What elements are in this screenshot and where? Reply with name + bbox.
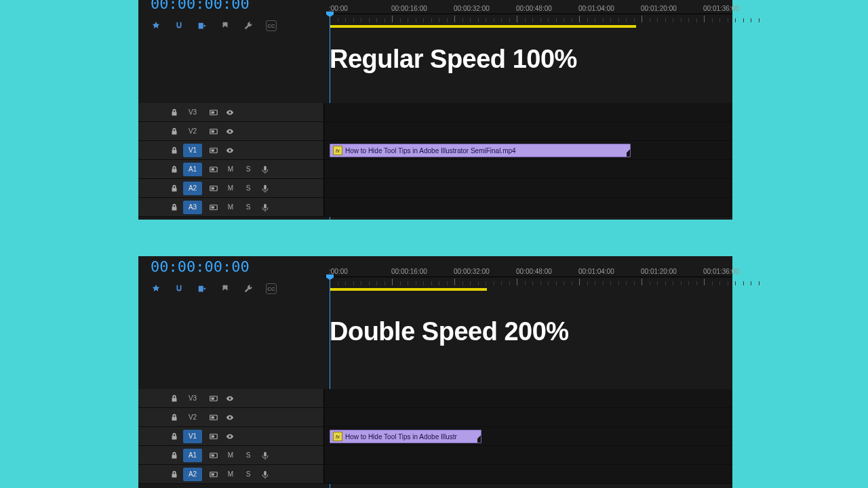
- wrench-icon[interactable]: [243, 20, 254, 31]
- lock-icon[interactable]: [167, 468, 182, 481]
- svg-rect-13: [212, 397, 214, 400]
- sync-lock-icon[interactable]: [206, 392, 221, 405]
- track-label[interactable]: V3: [183, 392, 202, 405]
- track-label[interactable]: V2: [183, 411, 202, 424]
- linked-selection-icon[interactable]: [197, 283, 208, 294]
- track-lane[interactable]: [324, 103, 732, 121]
- track-label[interactable]: A2: [183, 182, 202, 195]
- wrench-icon[interactable]: [243, 283, 254, 294]
- track-label[interactable]: A1: [183, 163, 202, 176]
- track-lane[interactable]: fxHow to Hide Tool Tips in Adobe Illustr: [324, 427, 732, 445]
- eye-icon[interactable]: [222, 106, 237, 119]
- lock-icon[interactable]: [167, 125, 182, 138]
- insert-icon[interactable]: [151, 20, 161, 31]
- solo-button[interactable]: S: [240, 201, 256, 214]
- track-label[interactable]: V1: [183, 430, 202, 443]
- work-area-bar[interactable]: [330, 288, 487, 291]
- eye-icon[interactable]: [222, 144, 237, 157]
- eye-icon[interactable]: [222, 125, 237, 138]
- sync-lock-icon[interactable]: [206, 468, 221, 481]
- marker-icon[interactable]: [220, 283, 231, 294]
- track-lane[interactable]: [324, 389, 732, 407]
- solo-button[interactable]: S: [240, 163, 256, 176]
- track-header: V3: [138, 103, 324, 121]
- clip-name: How to Hide Tool Tips in Adobe Illustrat…: [345, 147, 516, 155]
- sync-lock-icon[interactable]: [206, 125, 221, 138]
- work-area-bar[interactable]: [330, 25, 636, 28]
- lock-icon[interactable]: [167, 411, 182, 424]
- eye-icon[interactable]: [222, 430, 237, 443]
- track-lane[interactable]: fxHow to Hide Tool Tips in Adobe Illustr…: [324, 141, 732, 159]
- time-ruler[interactable]: :00:0000:00:16:0000:00:32:0000:00:48:000…: [324, 14, 732, 34]
- eye-icon[interactable]: [222, 411, 237, 424]
- captions-icon[interactable]: CC: [266, 283, 277, 294]
- marker-icon[interactable]: [220, 20, 231, 31]
- track-lane[interactable]: [324, 465, 732, 483]
- track-lane[interactable]: [324, 160, 732, 178]
- track-label[interactable]: V2: [183, 125, 202, 138]
- mic-icon[interactable]: [258, 163, 273, 176]
- sync-lock-icon[interactable]: [206, 163, 221, 176]
- video-clip[interactable]: fxHow to Hide Tool Tips in Adobe Illustr…: [330, 144, 631, 157]
- lock-icon[interactable]: [167, 392, 182, 405]
- track-lane[interactable]: [324, 122, 732, 140]
- eye-icon[interactable]: [222, 392, 237, 405]
- sync-lock-icon[interactable]: [206, 182, 221, 195]
- captions-icon[interactable]: CC: [266, 20, 277, 31]
- solo-button[interactable]: S: [240, 468, 256, 481]
- sync-lock-icon[interactable]: [206, 449, 221, 462]
- overlay-text-double: Double Speed 200%: [330, 317, 569, 346]
- playhead-timecode[interactable]: 00:00:00:00: [151, 0, 250, 12]
- mic-icon[interactable]: [258, 468, 273, 481]
- track-label[interactable]: A2: [183, 468, 202, 481]
- track-label[interactable]: V3: [183, 106, 202, 119]
- solo-button[interactable]: S: [240, 182, 256, 195]
- mic-icon[interactable]: [258, 449, 273, 462]
- insert-icon[interactable]: [151, 283, 161, 294]
- video-track-row: V2: [138, 408, 732, 427]
- track-label[interactable]: A1: [183, 449, 202, 462]
- mic-icon[interactable]: [258, 182, 273, 195]
- timecode-readout: 00:00:00:00: [138, 259, 324, 275]
- sync-lock-icon[interactable]: [206, 106, 221, 119]
- mute-button[interactable]: M: [222, 163, 239, 176]
- track-label[interactable]: V1: [183, 144, 202, 157]
- mic-icon[interactable]: [258, 201, 273, 214]
- audio-track-row: A2MS: [138, 179, 732, 198]
- track-header: A2MS: [138, 465, 324, 483]
- mute-button[interactable]: M: [222, 449, 239, 462]
- mute-button[interactable]: M: [222, 468, 239, 481]
- lock-icon[interactable]: [167, 430, 182, 443]
- track-lane[interactable]: [324, 179, 732, 197]
- lock-icon[interactable]: [167, 449, 182, 462]
- lock-icon[interactable]: [167, 106, 182, 119]
- lock-icon[interactable]: [167, 144, 182, 157]
- time-ruler[interactable]: :00:0000:00:16:0000:00:32:0000:00:48:000…: [324, 277, 732, 297]
- video-track-row: V3: [138, 389, 732, 408]
- track-lane[interactable]: [324, 446, 732, 464]
- sync-lock-icon[interactable]: [206, 411, 221, 424]
- sync-lock-icon[interactable]: [206, 201, 221, 214]
- tracks-area: V3V2V1fxHow to Hide Tool Tips in Adobe I…: [138, 103, 732, 217]
- ruler-tick-label: 00:00:16:00: [391, 268, 427, 275]
- mute-button[interactable]: M: [222, 201, 239, 214]
- track-header: A3MS: [138, 198, 324, 216]
- snap-icon[interactable]: [174, 283, 184, 294]
- track-lane[interactable]: [324, 198, 732, 216]
- track-lane[interactable]: [324, 408, 732, 426]
- mute-button[interactable]: M: [222, 182, 239, 195]
- linked-selection-icon[interactable]: [197, 20, 208, 31]
- snap-icon[interactable]: [174, 20, 184, 31]
- sync-lock-icon[interactable]: [206, 144, 221, 157]
- solo-button[interactable]: S: [240, 449, 256, 462]
- playhead-timecode[interactable]: 00:00:00:00: [151, 258, 250, 275]
- track-label[interactable]: A3: [183, 201, 202, 214]
- sync-lock-icon[interactable]: [206, 430, 221, 443]
- timeline-tools: CC: [138, 15, 277, 37]
- lock-icon[interactable]: [167, 201, 182, 214]
- lock-icon[interactable]: [167, 182, 182, 195]
- svg-rect-19: [212, 454, 214, 457]
- lock-icon[interactable]: [167, 163, 182, 176]
- video-clip[interactable]: fxHow to Hide Tool Tips in Adobe Illustr: [330, 430, 481, 443]
- svg-rect-3: [212, 130, 214, 133]
